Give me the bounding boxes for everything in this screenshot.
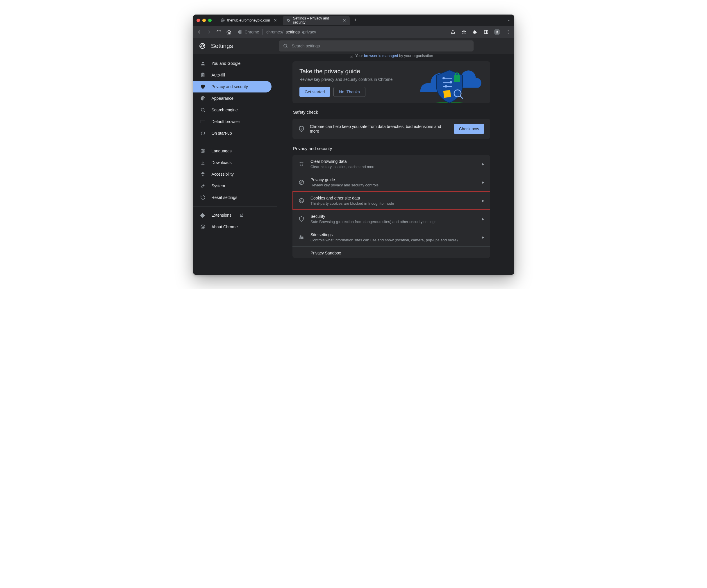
managed-link[interactable]: browser is managed <box>364 54 398 58</box>
compass-icon <box>298 179 305 185</box>
url-path: settings <box>286 30 300 34</box>
sidebar-item-default-browser[interactable]: Default browser <box>193 116 271 127</box>
get-started-button[interactable]: Get started <box>299 87 330 97</box>
chrome-icon <box>200 224 206 230</box>
toolbar-right <box>450 29 511 35</box>
svg-point-34 <box>445 85 447 88</box>
sidebar-item-about[interactable]: About Chrome <box>193 221 271 233</box>
minimize-window-button[interactable] <box>202 19 206 22</box>
sidebar-item-label: Search engine <box>212 107 238 112</box>
close-window-button[interactable] <box>197 19 200 22</box>
sidebar-item-autofill[interactable]: Auto-fill <box>193 69 271 81</box>
svg-point-2 <box>239 31 241 33</box>
check-now-button[interactable]: Check now <box>454 124 484 134</box>
row-subtitle: Safe Browsing (protection from dangerous… <box>310 220 476 224</box>
bookmark-icon[interactable] <box>461 29 467 35</box>
sidebar-item-system[interactable]: System <box>193 180 271 192</box>
svg-point-6 <box>508 30 508 31</box>
tab-active[interactable]: Settings – Privacy and security ✕ <box>283 16 350 25</box>
sidebar-item-extensions[interactable]: Extensions <box>193 209 271 221</box>
svg-rect-37 <box>443 90 451 98</box>
new-tab-button[interactable]: + <box>354 17 357 23</box>
forward-button[interactable] <box>206 29 212 35</box>
row-title: Privacy Sandbox <box>310 251 484 255</box>
external-link-icon <box>240 213 244 217</box>
sidebar-item-label: Auto-fill <box>212 73 225 77</box>
safety-check-card: Chrome can help keep you safe from data … <box>293 119 490 139</box>
row-subtitle: Controls what information sites can use … <box>310 238 476 242</box>
section-heading: Safety check <box>293 110 490 115</box>
globe-icon <box>221 18 225 23</box>
svg-rect-27 <box>350 55 353 57</box>
extension-icon <box>200 212 206 218</box>
row-subtitle: Clear history, cookies, cache and more <box>310 165 476 169</box>
row-cookies[interactable]: Cookies and other site dataThird-party c… <box>293 191 490 210</box>
profile-avatar[interactable] <box>494 29 500 35</box>
address-bar[interactable]: Chrome chrome://settings/privacy <box>235 28 446 36</box>
svg-point-40 <box>299 180 304 185</box>
person-icon <box>200 61 206 66</box>
chevron-right-icon: ▶ <box>482 180 484 184</box>
sidebar-item-label: You and Google <box>212 61 241 66</box>
row-title: Site settings <box>310 232 476 237</box>
row-privacy-guide[interactable]: Privacy guideReview key privacy and secu… <box>293 173 490 191</box>
close-tab-icon[interactable]: ✕ <box>343 18 346 23</box>
svg-point-11 <box>284 44 287 47</box>
tune-icon <box>298 234 305 240</box>
share-icon[interactable] <box>450 29 456 35</box>
chrome-logo-icon <box>199 42 206 50</box>
chevron-down-icon[interactable] <box>507 18 511 22</box>
search-settings[interactable] <box>279 40 474 52</box>
chevron-right-icon: ▶ <box>482 217 484 221</box>
close-tab-icon[interactable]: ✕ <box>274 18 277 23</box>
sidebar-item-privacy[interactable]: Privacy and security <box>193 81 271 93</box>
svg-point-42 <box>301 200 301 201</box>
safety-text: Chrome can help keep you safe from data … <box>310 124 448 133</box>
sidebar-item-label: Downloads <box>212 160 232 165</box>
search-icon <box>283 43 288 48</box>
clipboard-icon <box>200 72 206 78</box>
home-button[interactable] <box>226 29 232 35</box>
chevron-right-icon: ▶ <box>482 162 484 166</box>
sidebar-item-startup[interactable]: On start-up <box>193 127 271 139</box>
url-scheme: chrome:// <box>266 30 283 34</box>
tab-background[interactable]: thehub.euromoneyplc.com ✕ <box>217 16 280 25</box>
row-site-settings[interactable]: Site settingsControls what information s… <box>293 228 490 246</box>
no-thanks-button[interactable]: No, Thanks <box>333 87 365 97</box>
maximize-window-button[interactable] <box>208 19 212 22</box>
row-privacy-sandbox[interactable]: Privacy Sandbox <box>293 246 490 258</box>
sidebar-item-label: Languages <box>212 149 232 153</box>
svg-point-8 <box>508 33 508 33</box>
sidebar-item-you-and-google[interactable]: You and Google <box>193 58 271 69</box>
row-clear-browsing-data[interactable]: Clear browsing dataClear history, cookie… <box>293 155 490 173</box>
sidebar-item-label: Extensions <box>212 213 231 218</box>
extensions-icon[interactable] <box>472 29 478 35</box>
svg-point-20 <box>201 108 204 111</box>
row-security[interactable]: SecuritySafe Browsing (protection from d… <box>293 210 490 228</box>
trash-icon <box>298 161 305 167</box>
svg-point-47 <box>300 235 301 236</box>
sidebar-item-downloads[interactable]: Downloads <box>193 157 271 168</box>
svg-point-25 <box>201 225 205 229</box>
sidebar-item-languages[interactable]: Languages <box>193 145 271 157</box>
svg-point-7 <box>508 32 508 32</box>
row-title: Cookies and other site data <box>310 196 476 200</box>
browser-window: thehub.euromoneyplc.com ✕ Settings – Pri… <box>193 14 514 275</box>
back-button[interactable] <box>196 29 202 35</box>
sidebar-item-label: On start-up <box>212 131 232 135</box>
sidebar-item-search-engine[interactable]: Search engine <box>193 104 271 116</box>
panel-icon[interactable] <box>483 29 489 35</box>
kebab-menu-icon[interactable] <box>505 29 511 35</box>
divider <box>193 142 277 142</box>
svg-point-49 <box>302 237 303 237</box>
sidebar-item-reset[interactable]: Reset settings <box>193 192 271 203</box>
reload-button[interactable] <box>216 29 222 35</box>
tab-title: Settings – Privacy and security <box>293 16 339 25</box>
sidebar-item-accessibility[interactable]: Accessibility <box>193 168 271 180</box>
search-input[interactable] <box>292 44 470 48</box>
svg-point-45 <box>302 201 303 201</box>
page-title: Settings <box>211 42 233 50</box>
sidebar-item-appearance[interactable]: Appearance <box>193 93 271 104</box>
browser-icon <box>200 119 206 125</box>
main-content: Your browser is managed by your organisa… <box>277 54 514 275</box>
